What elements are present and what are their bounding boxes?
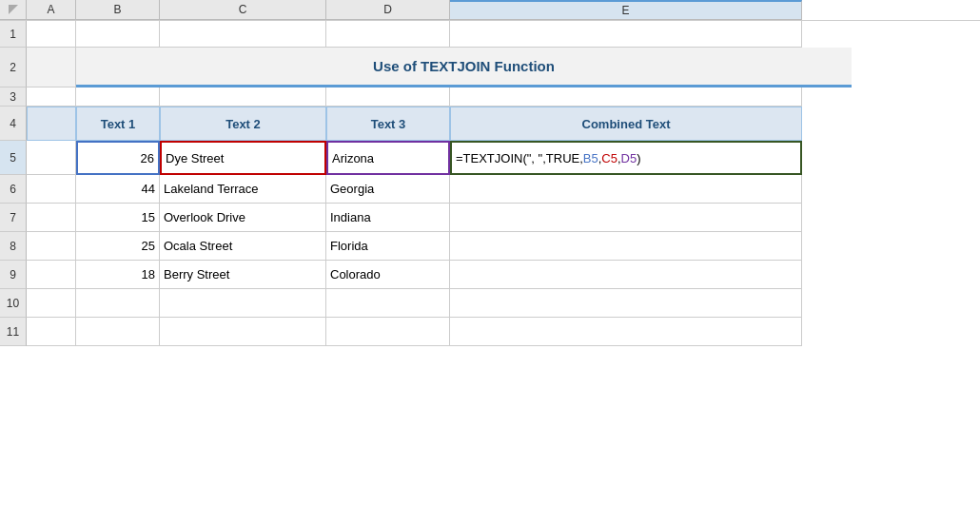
cell-b3[interactable]: [76, 87, 160, 107]
row-header-8[interactable]: 8: [0, 232, 27, 261]
cell-e10[interactable]: [450, 289, 802, 318]
cell-b4-header[interactable]: Text 1: [76, 107, 160, 141]
row-header-2[interactable]: 2: [0, 48, 27, 87]
cell-d8[interactable]: Florida: [326, 232, 450, 261]
cell-c4-header[interactable]: Text 2: [160, 107, 326, 141]
row-1: 1: [0, 21, 980, 48]
cell-c5[interactable]: Dye Street: [160, 141, 326, 175]
cell-d7[interactable]: Indiana: [326, 204, 450, 232]
cell-a10[interactable]: [27, 289, 76, 318]
cell-e4-header[interactable]: Combined Text: [450, 107, 802, 141]
spreadsheet: A B C D E 1 2 Use of TEXTJOIN Function 3: [0, 0, 980, 505]
cell-e8[interactable]: [450, 232, 802, 261]
cell-a2[interactable]: [27, 48, 76, 87]
cell-a4[interactable]: [27, 107, 76, 141]
cell-d8-value: Florida: [330, 239, 368, 253]
cell-c6[interactable]: Lakeland Terrace: [160, 175, 326, 204]
cell-d6-value: Georgia: [330, 182, 374, 196]
cell-b7[interactable]: 15: [76, 204, 160, 232]
header-combined: Combined Text: [582, 117, 671, 131]
column-headers: A B C D E: [0, 0, 980, 21]
cell-d4-header[interactable]: Text 3: [326, 107, 450, 141]
cell-b5[interactable]: 26: [76, 141, 160, 175]
cell-b8-value: 25: [142, 239, 155, 253]
row-8: 8 25 Ocala Street Florida: [0, 232, 980, 261]
cell-e6[interactable]: [450, 175, 802, 204]
row-11: 11: [0, 318, 980, 346]
row-header-9[interactable]: 9: [0, 261, 27, 289]
cell-c10[interactable]: [160, 289, 326, 318]
cell-b5-value: 26: [141, 151, 154, 165]
cell-d7-value: Indiana: [330, 210, 371, 224]
cell-a11[interactable]: [27, 318, 76, 346]
cell-d1[interactable]: [326, 21, 450, 48]
cell-c11[interactable]: [160, 318, 326, 346]
cell-d10[interactable]: [326, 289, 450, 318]
cell-e3[interactable]: [450, 87, 802, 107]
cell-d3[interactable]: [326, 87, 450, 107]
header-text1: Text 1: [101, 117, 136, 131]
formula-prefix: =TEXTJOIN(", ",TRUE,: [456, 151, 583, 165]
cell-c5-value: Dye Street: [166, 151, 224, 165]
row-header-6[interactable]: 6: [0, 175, 27, 204]
cell-c9[interactable]: Berry Street: [160, 261, 326, 289]
row-header-5[interactable]: 5: [0, 141, 27, 175]
row-header-4[interactable]: 4: [0, 107, 27, 141]
cell-e9[interactable]: [450, 261, 802, 289]
cell-a3[interactable]: [27, 87, 76, 107]
header-text3: Text 3: [371, 117, 406, 131]
cell-e11[interactable]: [450, 318, 802, 346]
cell-e5[interactable]: =TEXTJOIN(", ",TRUE,B5,C5,D5): [450, 141, 802, 175]
cell-b7-value: 15: [142, 210, 155, 224]
title-cell: Use of TEXTJOIN Function: [76, 48, 852, 87]
grid-body: 1 2 Use of TEXTJOIN Function 3 4: [0, 21, 980, 505]
cell-a1[interactable]: [27, 21, 76, 48]
cell-b9-value: 18: [142, 267, 155, 282]
cell-a9[interactable]: [27, 261, 76, 289]
header-text2: Text 2: [225, 117, 261, 131]
cell-c7[interactable]: Overlook Drive: [160, 204, 326, 232]
row-header-11[interactable]: 11: [0, 318, 27, 346]
col-header-e[interactable]: E: [450, 0, 802, 20]
row-header-3[interactable]: 3: [0, 87, 27, 107]
cell-b9[interactable]: 18: [76, 261, 160, 289]
cell-c3[interactable]: [160, 87, 326, 107]
row-header-1[interactable]: 1: [0, 21, 27, 48]
row-header-10[interactable]: 10: [0, 289, 27, 318]
formula-b5: B5: [583, 151, 598, 165]
cell-d9[interactable]: Colorado: [326, 261, 450, 289]
formula-d5: D5: [621, 151, 637, 165]
row-header-7[interactable]: 7: [0, 204, 27, 232]
cell-b8[interactable]: 25: [76, 232, 160, 261]
cell-c7-value: Overlook Drive: [164, 210, 245, 224]
cell-b11[interactable]: [76, 318, 160, 346]
formula-c5: C5: [601, 151, 617, 165]
row-5: 5 26 Dye Street Arizona =TEXTJOIN(", ",T…: [0, 141, 980, 175]
row-2: 2 Use of TEXTJOIN Function: [0, 48, 980, 87]
cell-b10[interactable]: [76, 289, 160, 318]
cell-d5[interactable]: Arizona: [326, 141, 450, 175]
cell-c1[interactable]: [160, 21, 326, 48]
cell-a7[interactable]: [27, 204, 76, 232]
col-header-b[interactable]: B: [76, 0, 160, 20]
cell-a6[interactable]: [27, 175, 76, 204]
cell-d6[interactable]: Georgia: [326, 175, 450, 204]
cell-c9-value: Berry Street: [164, 267, 229, 282]
cell-e7[interactable]: [450, 204, 802, 232]
cell-d11[interactable]: [326, 318, 450, 346]
col-header-c[interactable]: C: [160, 0, 326, 20]
row-7: 7 15 Overlook Drive Indiana: [0, 204, 980, 232]
cell-c8[interactable]: Ocala Street: [160, 232, 326, 261]
formula-display: =TEXTJOIN(", ",TRUE,B5,C5,D5): [456, 151, 641, 165]
cell-a8[interactable]: [27, 232, 76, 261]
col-header-a[interactable]: A: [27, 0, 76, 20]
cell-a5[interactable]: [27, 141, 76, 175]
cell-b1[interactable]: [76, 21, 160, 48]
col-header-d[interactable]: D: [326, 0, 450, 20]
cell-b6[interactable]: 44: [76, 175, 160, 204]
cell-c6-value: Lakeland Terrace: [164, 182, 259, 196]
cell-e1[interactable]: [450, 21, 802, 48]
title-text: Use of TEXTJOIN Function: [373, 58, 555, 74]
cell-d9-value: Colorado: [330, 267, 381, 282]
row-3: 3: [0, 87, 980, 107]
